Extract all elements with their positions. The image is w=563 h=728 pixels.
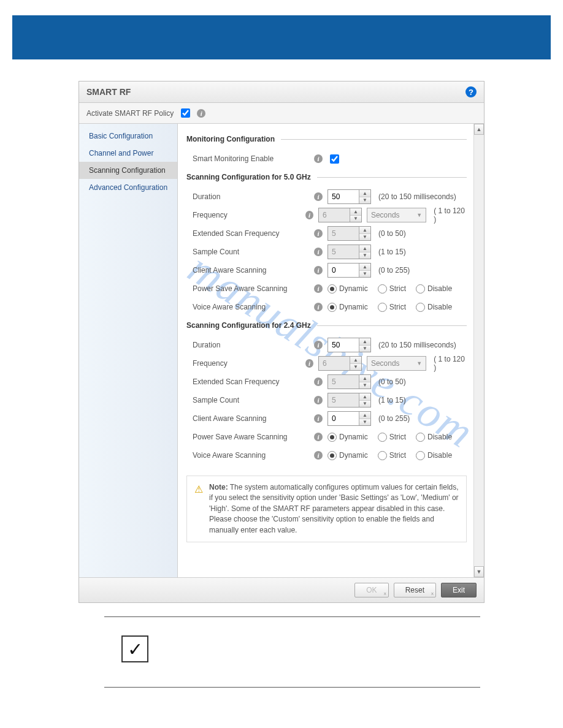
- radio-disable[interactable]: Disable: [416, 433, 452, 442]
- spinner-down-icon[interactable]: ▼: [359, 271, 370, 278]
- row-5ghz-voice-aware: Voice Aware Scanning i Dynamic Strict Di…: [193, 298, 467, 316]
- field-label: Sample Count: [193, 396, 309, 404]
- row-smart-monitoring-enable: Smart Monitoring Enable i: [193, 150, 467, 168]
- row-5ghz-power-save-aware: Power Save Aware Scanning i Dynamic Stri…: [193, 279, 467, 298]
- info-icon[interactable]: i: [314, 341, 323, 349]
- radio-disable[interactable]: Disable: [416, 451, 452, 460]
- duration-24ghz-spinner[interactable]: 50 ▲▼: [327, 338, 371, 352]
- help-icon[interactable]: ?: [465, 86, 477, 97]
- radio-strict[interactable]: Strict: [378, 433, 406, 442]
- info-icon[interactable]: i: [314, 303, 323, 311]
- info-icon[interactable]: i: [314, 154, 323, 163]
- ext-freq-5ghz-spinner: 5 ▲▼: [327, 226, 371, 241]
- info-icon[interactable]: i: [314, 284, 323, 293]
- spinner-up-icon[interactable]: ▲: [359, 338, 370, 346]
- field-label: Power Save Aware Scanning: [193, 284, 309, 293]
- sample-count-5ghz-spinner: 5 ▲▼: [327, 245, 371, 259]
- client-aware-5ghz-spinner[interactable]: 0 ▲▼: [327, 263, 371, 278]
- checkmark-icon: ✓: [128, 639, 143, 660]
- section-monitoring-configuration: Monitoring Configuration: [186, 135, 467, 143]
- field-hint: (0 to 50): [378, 377, 406, 386]
- info-icon[interactable]: i: [314, 229, 323, 238]
- frequency-24ghz-spinner: 6 ▲▼: [318, 356, 362, 371]
- sample-count-24ghz-spinner: 5 ▲▼: [327, 393, 371, 408]
- field-label: Duration: [193, 341, 309, 349]
- note-text: The system automatically configures opti…: [209, 483, 459, 534]
- field-hint: ( 1 to 120 ): [434, 207, 467, 224]
- below-panel-area: ✓: [104, 616, 480, 688]
- vertical-scrollbar[interactable]: ▲ ▼: [473, 124, 484, 577]
- sidebar-item-basic-configuration[interactable]: Basic Configuration: [79, 127, 177, 145]
- spinner-up-icon[interactable]: ▲: [359, 190, 370, 197]
- radio-strict[interactable]: Strict: [378, 451, 406, 460]
- radio-strict[interactable]: Strict: [378, 284, 406, 294]
- content-area: manualshive.com Monitoring Configuration…: [178, 124, 484, 577]
- info-icon[interactable]: i: [305, 359, 313, 368]
- frequency-5ghz-spinner: 6 ▲▼: [318, 208, 362, 222]
- spinner-down-icon: ▼: [350, 364, 361, 371]
- radio-disable[interactable]: Disable: [416, 303, 452, 312]
- sidebar-item-scanning-configuration[interactable]: Scanning Configuration: [79, 162, 177, 179]
- scroll-down-icon[interactable]: ▼: [474, 566, 484, 577]
- radio-dynamic[interactable]: Dynamic: [327, 451, 368, 460]
- spinner-up-icon[interactable]: ▲: [359, 412, 370, 419]
- spinner-down-icon[interactable]: ▼: [359, 197, 370, 204]
- spinner-down-icon: ▼: [359, 252, 370, 259]
- info-icon[interactable]: i: [197, 109, 205, 118]
- chevron-down-icon: ▼: [416, 360, 422, 366]
- button-bar: OKx Resetx Exit: [79, 577, 484, 602]
- info-icon[interactable]: i: [305, 211, 313, 219]
- activate-policy-bar: Activate SMART RF Policy i: [79, 103, 484, 124]
- field-label: Client Aware Scanning: [193, 414, 309, 423]
- spinner-down-icon: ▼: [359, 401, 370, 408]
- exit-button[interactable]: Exit: [441, 583, 477, 597]
- smart-monitoring-checkbox[interactable]: [330, 154, 339, 164]
- spinner-down-icon[interactable]: ▼: [359, 419, 370, 426]
- radio-dynamic[interactable]: Dynamic: [327, 433, 368, 442]
- field-hint: (20 to 150 milliseconds): [378, 341, 456, 349]
- row-5ghz-sample-count: Sample Count i 5 ▲▼ (1 to 15): [193, 243, 467, 261]
- spinner-up-icon: ▲: [359, 227, 370, 234]
- page-header-bar: [12, 15, 551, 59]
- sidebar-item-advanced-configuration[interactable]: Advanced Configuration: [79, 179, 177, 196]
- sidebar: Basic Configuration Channel and Power Sc…: [79, 124, 178, 577]
- spinner-up-icon: ▲: [359, 375, 370, 382]
- field-label: Sample Count: [193, 248, 309, 256]
- radio-dynamic[interactable]: Dynamic: [327, 284, 368, 294]
- smart-monitoring-label: Smart Monitoring Enable: [193, 154, 309, 163]
- divider: [104, 687, 480, 688]
- radio-dynamic[interactable]: Dynamic: [327, 303, 368, 312]
- duration-5ghz-spinner[interactable]: 50 ▲▼: [327, 189, 371, 204]
- sidebar-item-channel-and-power[interactable]: Channel and Power: [79, 145, 177, 162]
- info-icon[interactable]: i: [314, 414, 323, 423]
- scroll-track[interactable]: [474, 135, 484, 566]
- activate-policy-label: Activate SMART RF Policy: [86, 109, 174, 118]
- section-scanning-5ghz: Scanning Configuration for 5.0 GHz: [186, 173, 467, 181]
- section-title: Monitoring Configuration: [186, 135, 275, 143]
- ok-button[interactable]: OKx: [354, 583, 388, 597]
- radio-disable[interactable]: Disable: [416, 284, 452, 294]
- info-icon[interactable]: i: [314, 433, 323, 441]
- power-save-24ghz-radio-group: Dynamic Strict Disable: [327, 433, 452, 442]
- client-aware-24ghz-spinner[interactable]: 0 ▲▼: [327, 411, 371, 426]
- row-5ghz-client-aware: Client Aware Scanning i 0 ▲▼ (0 to 255): [193, 261, 467, 279]
- spinner-up-icon: ▲: [350, 357, 361, 364]
- row-5ghz-extended-scan-frequency: Extended Scan Frequency i 5 ▲▼ (0 to 50): [193, 224, 467, 243]
- info-icon[interactable]: i: [314, 192, 323, 201]
- radio-strict[interactable]: Strict: [378, 303, 406, 312]
- activate-policy-checkbox[interactable]: [181, 108, 190, 118]
- spinner-down-icon: ▼: [359, 382, 370, 389]
- info-icon[interactable]: i: [314, 396, 323, 404]
- row-5ghz-duration: Duration i 50 ▲▼ (20 to 150 milliseconds…: [193, 188, 467, 206]
- spinner-down-icon[interactable]: ▼: [359, 346, 370, 352]
- info-icon[interactable]: i: [314, 377, 323, 386]
- row-5ghz-frequency: Frequency i 6 ▲▼ Seconds▼ ( 1 to 120 ): [193, 206, 467, 224]
- row-24ghz-sample-count: Sample Count i 5 ▲▼ (1 to 15): [193, 391, 467, 409]
- spinner-up-icon[interactable]: ▲: [359, 264, 370, 271]
- reset-button[interactable]: Resetx: [394, 583, 436, 597]
- info-icon[interactable]: i: [314, 451, 323, 460]
- note-box: ⚠ Note: The system automatically configu…: [186, 476, 467, 542]
- info-icon[interactable]: i: [314, 266, 323, 275]
- scroll-up-icon[interactable]: ▲: [474, 124, 484, 135]
- info-icon[interactable]: i: [314, 248, 323, 256]
